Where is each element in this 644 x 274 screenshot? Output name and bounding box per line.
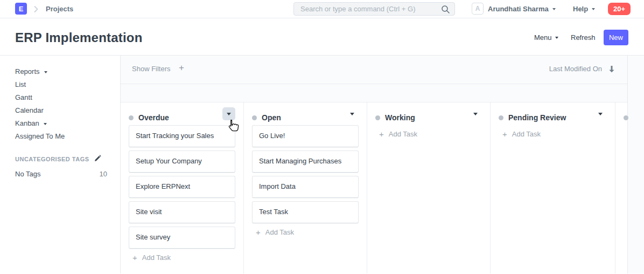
- column-menu-button[interactable]: [222, 107, 235, 120]
- menu-button[interactable]: Menu: [534, 33, 558, 42]
- edit-pencil-icon[interactable]: [94, 155, 101, 163]
- chevron-down-icon: [44, 123, 47, 125]
- add-task-button[interactable]: + Add Task: [491, 128, 615, 139]
- main-panel: Show Filters + Last Modified On Overdue: [121, 56, 628, 273]
- column-indicator-dot: [624, 115, 628, 120]
- column-menu-button[interactable]: [594, 107, 607, 120]
- show-filters-button[interactable]: Show Filters: [132, 65, 171, 73]
- add-task-label: Add Task: [265, 228, 294, 236]
- kanban-board: Overdue Start Tracking your SalesSetup Y…: [121, 102, 627, 273]
- top-navbar: E Projects A Arundhati Sharma Help 20+: [0, 0, 644, 18]
- search-icon: [441, 5, 450, 16]
- sidebar-item-label: Gantt: [15, 91, 32, 104]
- help-dropdown[interactable]: Help: [573, 5, 595, 13]
- sort-direction-icon[interactable]: [608, 65, 615, 73]
- column-header: Open: [244, 102, 367, 125]
- column-indicator-dot: [375, 115, 380, 120]
- kanban-column-overdue: Overdue Start Tracking your SalesSetup Y…: [121, 102, 243, 273]
- tag-filter-no-tags[interactable]: No Tags 10: [0, 168, 120, 180]
- chevron-down-icon: [227, 113, 231, 115]
- card-list: Start Tracking your SalesSetup Your Comp…: [121, 125, 243, 249]
- kanban-card[interactable]: Start Tracking your Sales: [129, 125, 235, 147]
- new-button[interactable]: New: [604, 30, 628, 45]
- refresh-button[interactable]: Refresh: [571, 33, 596, 42]
- sidebar-item-list[interactable]: List: [0, 78, 120, 91]
- kanban-card[interactable]: Test Task: [252, 201, 359, 223]
- kanban-card[interactable]: Explore ERPNext: [129, 176, 235, 198]
- kanban-column-open: Open Go Live!Start Managing PurchasesImp…: [243, 102, 367, 273]
- content-area: Reports List Gantt Calendar Kanban Assig…: [0, 56, 644, 273]
- breadcrumb-projects[interactable]: Projects: [46, 5, 73, 13]
- plus-icon: +: [256, 228, 261, 236]
- add-task-button[interactable]: + Add Task: [367, 128, 490, 139]
- chevron-down-icon: [555, 37, 558, 39]
- tags-section-header: UNCATEGORISED TAGS: [0, 155, 120, 163]
- sidebar-item-label: Calendar: [15, 104, 44, 117]
- kanban-card[interactable]: Import Data: [252, 176, 359, 198]
- column-header: Pending Review: [491, 102, 615, 125]
- column-indicator-dot: [252, 115, 257, 120]
- kanban-column-working: Working + Add Task: [367, 102, 490, 273]
- sidebar: Reports List Gantt Calendar Kanban Assig…: [0, 56, 121, 273]
- sidebar-item-reports[interactable]: Reports: [0, 65, 120, 78]
- column-menu-button[interactable]: [469, 107, 482, 120]
- column-title: Overdue: [138, 113, 169, 122]
- add-task-button[interactable]: + Add Task: [121, 252, 243, 263]
- column-indicator-dot: [499, 115, 503, 120]
- sort-selector: Last Modified On: [549, 65, 615, 73]
- chevron-down-icon: [44, 71, 47, 73]
- search-input[interactable]: [294, 3, 454, 15]
- user-avatar[interactable]: A: [472, 3, 484, 15]
- erpnext-app: E Projects A Arundhati Sharma Help 20+ E…: [0, 0, 644, 274]
- chevron-down-icon: [552, 8, 556, 10]
- add-task-button[interactable]: + Add Task: [244, 227, 367, 237]
- column-indicator-dot: [129, 115, 134, 120]
- column-menu-button[interactable]: [346, 107, 359, 120]
- menu-label: Menu: [534, 33, 552, 42]
- sidebar-item-assigned-to-me[interactable]: Assigned To Me: [0, 130, 120, 143]
- add-task-label: Add Task: [142, 254, 171, 262]
- add-task-label: Add Task: [389, 130, 417, 138]
- page-background: [628, 56, 644, 273]
- plus-icon: +: [502, 130, 507, 138]
- kanban-card[interactable]: Site visit: [129, 201, 235, 223]
- plus-icon: +: [379, 130, 384, 138]
- kanban-card[interactable]: Start Managing Purchases: [252, 150, 359, 173]
- chevron-down-icon: [473, 113, 478, 115]
- app-logo[interactable]: E: [15, 3, 27, 15]
- user-name-label: Arundhati Sharma: [488, 5, 549, 13]
- column-header: [615, 102, 641, 125]
- kanban-card[interactable]: Setup Your Company: [129, 150, 235, 173]
- kanban-card[interactable]: Site survey: [129, 227, 235, 249]
- global-search: [293, 2, 455, 16]
- sidebar-item-calendar[interactable]: Calendar: [0, 104, 120, 117]
- kanban-column-pending-review: Pending Review + Add Task: [490, 102, 615, 273]
- user-dropdown[interactable]: Arundhati Sharma: [488, 5, 556, 13]
- chevron-down-icon: [592, 8, 595, 10]
- refresh-label: Refresh: [571, 33, 596, 42]
- column-header: Overdue: [121, 102, 243, 125]
- card-list: Go Live!Start Managing PurchasesImport D…: [244, 125, 367, 223]
- tag-label: No Tags: [15, 170, 40, 178]
- tag-count: 10: [100, 170, 107, 178]
- tags-header-label: UNCATEGORISED TAGS: [15, 156, 89, 162]
- breadcrumb-chevron-icon: [33, 5, 39, 15]
- add-filter-button[interactable]: +: [179, 63, 184, 73]
- sidebar-item-label: List: [15, 78, 26, 91]
- notification-badge[interactable]: 20+: [608, 3, 631, 15]
- filter-bar: Show Filters + Last Modified On: [121, 56, 627, 84]
- chevron-down-icon: [350, 113, 354, 115]
- sidebar-item-label: Assigned To Me: [15, 130, 65, 143]
- plus-icon: +: [132, 254, 137, 262]
- sidebar-item-label: Reports: [15, 65, 40, 78]
- sidebar-item-kanban[interactable]: Kanban: [0, 117, 120, 130]
- sort-by-button[interactable]: Last Modified On: [549, 65, 602, 73]
- chevron-down-icon: [598, 113, 603, 115]
- add-task-label: Add Task: [512, 130, 541, 138]
- page-title: ERP Implementation: [15, 30, 143, 45]
- page-header: ERP Implementation Menu Refresh New: [0, 18, 644, 56]
- column-title: Working: [385, 113, 415, 122]
- kanban-card[interactable]: Go Live!: [252, 125, 359, 147]
- sidebar-item-label: Kanban: [15, 117, 39, 130]
- sidebar-item-gantt[interactable]: Gantt: [0, 91, 120, 104]
